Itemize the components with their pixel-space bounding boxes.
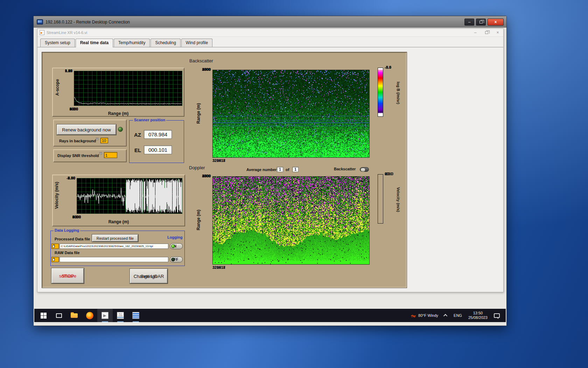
background-controls-group: Renew background now Rays in background … [53, 120, 127, 146]
restart-processed-file-button[interactable]: Restart processed file [92, 234, 138, 242]
background-led-icon [118, 127, 123, 132]
az-label: AZ [134, 132, 141, 138]
az-value-field: 078.984 [144, 130, 172, 139]
processed-data-file-label: Processed Data file [55, 237, 90, 241]
doppler-colorbar [378, 174, 383, 224]
processed-path-field[interactable]: C:\LiDAR\Data\Proc\2023\202308\20230825\… [59, 244, 168, 249]
x-tick-label: 6000 [68, 107, 80, 111]
processed-drive-button[interactable]: C [51, 244, 59, 249]
notification-icon [494, 313, 500, 318]
streamline-taskbar-button[interactable] [97, 309, 113, 322]
browse-icon [52, 245, 55, 248]
data-viewer-button[interactable] [128, 309, 144, 322]
velocity-chart-group: Velocity (m/s) 5.002.500.00-2.50-5.00 01… [52, 175, 185, 226]
x-tick-label: 321417 [212, 265, 225, 270]
ascope-plot-canvas [74, 71, 182, 106]
velocity-y-ticks: 5.002.500.00-2.50-5.00 [61, 176, 75, 215]
file-explorer-icon [71, 313, 78, 318]
average-number-field[interactable]: 1 [277, 167, 283, 172]
weather-widget[interactable]: 80°F Windy [407, 309, 441, 322]
ascope-y-ticks: 1.201.151.101.050.99 [61, 69, 72, 106]
backscatter-toggle[interactable] [360, 167, 369, 172]
tab-scheduling[interactable]: Scheduling [150, 39, 180, 47]
restore-icon[interactable] [476, 19, 486, 26]
doppler-y-ticks: 40003500300025002000150010005000 [200, 174, 211, 266]
weather-text: 80°F Windy [418, 313, 438, 318]
processed-logging-toggle[interactable]: ON [170, 243, 183, 249]
rays-stepper[interactable]: ▲▼ [96, 138, 100, 143]
backscatter-colorbar-label: log B (/m/sr) [396, 70, 401, 116]
app-titlebar[interactable]: StreamLine XR v14-6.vi – × [37, 29, 503, 37]
minimize-icon[interactable]: – [464, 19, 474, 26]
raw-path-field[interactable] [59, 257, 168, 262]
raw-logging-toggle[interactable]: OFF [170, 257, 183, 263]
rays-value-field[interactable]: 10 [100, 138, 108, 143]
tab-wind-profile[interactable]: Wind profile [181, 39, 212, 47]
x-tick-label: 6000 [71, 215, 83, 219]
action-center-button[interactable] [491, 309, 503, 322]
streamline-app-window: StreamLine XR v14-6.vi – × System setupR… [37, 28, 504, 292]
scan-scheduler-button[interactable]: Scan sched [113, 309, 128, 322]
off-led-icon [171, 258, 175, 261]
raw-data-file-label: RAW Data file [55, 251, 80, 255]
taskbar: Scan sched 80°F Windy [34, 309, 506, 322]
windows-logo-icon [41, 313, 47, 319]
x-tick-label: 321417 [212, 158, 225, 163]
app-window-controls: – × [470, 29, 503, 36]
firefox-button[interactable] [82, 309, 97, 322]
front-panel: Backscatter Doppler A-scope 1.201.151.10… [42, 52, 407, 288]
language-text: ENG [454, 313, 462, 318]
rdp-window-icon [37, 19, 43, 25]
app-minimize-icon[interactable]: – [470, 29, 481, 36]
ascope-x-axis-label: Range (m) [53, 111, 184, 116]
backscatter-y-ticks: 40003500300025002000150010005000 [200, 68, 211, 159]
colorbar-tick-label: -10.0 [385, 172, 393, 176]
on-led-icon [171, 244, 175, 248]
app-restore-icon[interactable] [481, 29, 492, 36]
ascope-chart-group: A-scope 1.201.151.101.050.99 01000200030… [52, 68, 184, 117]
rdp-window-controls: – × [464, 19, 504, 26]
scanner-position-title: Scanner position [133, 118, 166, 122]
app-client-area: Backscatter Doppler A-scope 1.201.151.10… [37, 47, 503, 292]
y-tick-label: 0.99 [65, 69, 72, 73]
app-icon [40, 30, 44, 35]
file-explorer-button[interactable] [66, 309, 82, 322]
y-tick-label: -5.00 [66, 176, 75, 180]
close-icon[interactable]: × [488, 19, 504, 26]
rdp-titlebar[interactable]: 192.168.0.122 - Remote Desktop Connectio… [34, 16, 506, 28]
change-lidar-settings-button[interactable]: Change LiDAR Settings [130, 269, 168, 284]
snr-stepper[interactable]: ▲▼ [99, 152, 103, 158]
backscatter-heatmap-canvas [212, 70, 370, 158]
tray-chevron-button[interactable] [441, 309, 450, 322]
y-tick-label: 0 [209, 174, 211, 178]
tab-temp-humidity[interactable]: Temp/humidity [114, 39, 150, 47]
streamline-app-icon [102, 312, 108, 319]
velocity-plot-canvas [77, 178, 182, 214]
snr-threshold-label: Display SNR threshold [57, 154, 99, 158]
renew-background-button[interactable]: Renew background now [57, 124, 116, 135]
start-button[interactable] [36, 309, 51, 322]
snr-value-field[interactable]: 1 [104, 152, 117, 158]
language-indicator[interactable]: ENG [450, 309, 465, 322]
scanner-position-group: Scanner position AZ 078.984 EL 000.101 [129, 120, 184, 163]
rdp-window: 192.168.0.122 - Remote Desktop Connectio… [33, 16, 507, 326]
stop-software-button[interactable]: STOP software [51, 268, 84, 284]
task-view-icon [56, 313, 62, 318]
el-label: EL [134, 147, 141, 153]
app-close-icon[interactable]: × [492, 29, 503, 36]
backscatter-section-title: Backscatter [189, 58, 213, 63]
tab-real-time-data[interactable]: Real time data [76, 39, 113, 47]
average-total-field: 1 [292, 167, 299, 172]
ascope-y-axis-label: A-scope [54, 69, 61, 105]
y-tick-label: 0 [209, 68, 211, 71]
backscatter-toggle-label: Backscatter [334, 167, 356, 171]
tab-system-setup[interactable]: System setup [40, 39, 75, 47]
rdp-window-title: 192.168.0.122 - Remote Desktop Connectio… [46, 20, 130, 25]
raw-drive-button[interactable]: C [51, 257, 59, 262]
task-view-button[interactable] [51, 309, 66, 322]
velocity-y-axis-label: Velocity (m/s) [54, 176, 60, 214]
doppler-colorbar-label: Velocity (m/s) [396, 176, 401, 223]
doppler-section-title: Doppler [189, 165, 205, 170]
clock[interactable]: 13:50 25/08/2023 [465, 309, 491, 322]
snr-controls-group: Display SNR threshold ▲▼ 1 [53, 149, 127, 162]
